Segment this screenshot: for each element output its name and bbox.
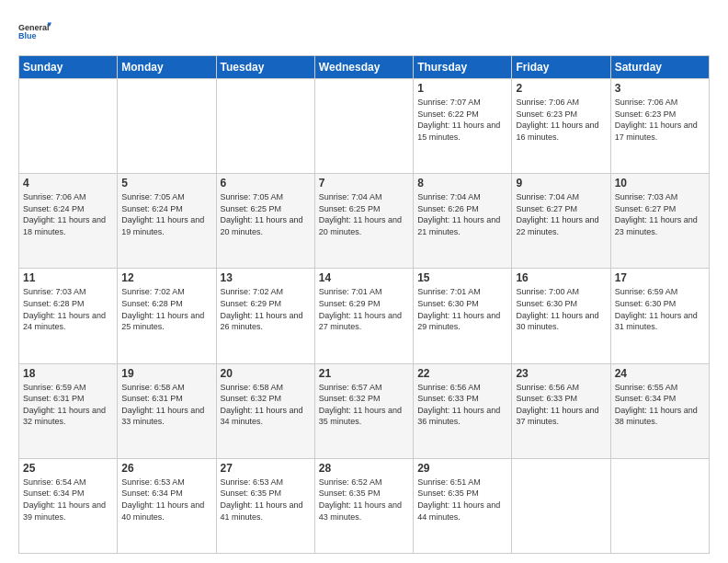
calendar-cell [314,79,413,174]
calendar-table: SundayMondayTuesdayWednesdayThursdayFrid… [18,55,710,554]
day-info: Sunrise: 7:04 AM Sunset: 6:27 PM Dayligh… [516,191,606,237]
calendar-cell: 11Sunrise: 7:03 AM Sunset: 6:28 PM Dayli… [19,269,118,363]
day-number: 14 [319,271,409,284]
day-info: Sunrise: 6:53 AM Sunset: 6:35 PM Dayligh… [221,477,311,523]
day-info: Sunrise: 6:53 AM Sunset: 6:34 PM Dayligh… [121,477,211,523]
day-number: 1 [417,82,507,95]
calendar-cell: 29Sunrise: 6:51 AM Sunset: 6:35 PM Dayli… [414,458,512,553]
calendar-cell: 12Sunrise: 7:02 AM Sunset: 6:28 PM Dayli… [118,269,216,363]
day-info: Sunrise: 6:59 AM Sunset: 6:30 PM Dayligh… [615,286,705,332]
day-number: 26 [121,462,211,475]
logo-svg: General Blue [18,15,51,48]
day-number: 8 [417,177,507,190]
day-number: 4 [23,177,113,190]
calendar-cell: 1Sunrise: 7:07 AM Sunset: 6:22 PM Daylig… [414,79,512,174]
calendar-cell: 18Sunrise: 6:59 AM Sunset: 6:31 PM Dayli… [19,363,118,458]
day-number: 25 [23,462,113,475]
day-info: Sunrise: 7:05 AM Sunset: 6:24 PM Dayligh… [121,191,211,237]
day-info: Sunrise: 7:03 AM Sunset: 6:27 PM Dayligh… [615,191,705,237]
dow-header: Sunday [19,56,118,79]
day-info: Sunrise: 7:00 AM Sunset: 6:30 PM Dayligh… [516,286,606,332]
day-info: Sunrise: 7:04 AM Sunset: 6:26 PM Dayligh… [417,191,507,237]
calendar-cell: 21Sunrise: 6:57 AM Sunset: 6:32 PM Dayli… [314,363,413,458]
day-info: Sunrise: 7:05 AM Sunset: 6:25 PM Dayligh… [221,191,311,237]
page-header: General Blue [18,15,710,48]
day-info: Sunrise: 7:04 AM Sunset: 6:25 PM Dayligh… [319,191,409,237]
day-number: 11 [23,271,113,284]
calendar-cell: 7Sunrise: 7:04 AM Sunset: 6:25 PM Daylig… [314,174,413,269]
calendar-cell [19,79,118,174]
day-info: Sunrise: 7:02 AM Sunset: 6:29 PM Dayligh… [221,286,311,332]
calendar-cell: 8Sunrise: 7:04 AM Sunset: 6:26 PM Daylig… [414,174,512,269]
day-number: 3 [615,82,705,95]
day-info: Sunrise: 6:52 AM Sunset: 6:35 PM Dayligh… [319,477,409,523]
dow-header: Monday [118,56,216,79]
day-number: 29 [417,462,507,475]
day-info: Sunrise: 6:59 AM Sunset: 6:31 PM Dayligh… [23,382,113,428]
day-number: 6 [221,177,311,190]
calendar-cell: 6Sunrise: 7:05 AM Sunset: 6:25 PM Daylig… [216,174,314,269]
day-info: Sunrise: 7:07 AM Sunset: 6:22 PM Dayligh… [417,97,507,143]
day-number: 23 [516,367,606,380]
day-info: Sunrise: 6:58 AM Sunset: 6:31 PM Dayligh… [121,382,211,428]
day-info: Sunrise: 6:54 AM Sunset: 6:34 PM Dayligh… [23,477,113,523]
calendar-cell: 19Sunrise: 6:58 AM Sunset: 6:31 PM Dayli… [118,363,216,458]
calendar-cell [118,79,216,174]
calendar-cell: 10Sunrise: 7:03 AM Sunset: 6:27 PM Dayli… [610,174,709,269]
calendar-cell: 15Sunrise: 7:01 AM Sunset: 6:30 PM Dayli… [414,269,512,363]
calendar-cell: 13Sunrise: 7:02 AM Sunset: 6:29 PM Dayli… [216,269,314,363]
day-number: 20 [221,367,311,380]
calendar-cell: 24Sunrise: 6:55 AM Sunset: 6:34 PM Dayli… [610,363,709,458]
calendar-cell: 23Sunrise: 6:56 AM Sunset: 6:33 PM Dayli… [512,363,610,458]
calendar-cell [610,458,709,553]
day-number: 17 [615,271,705,284]
day-number: 7 [319,177,409,190]
calendar-cell: 17Sunrise: 6:59 AM Sunset: 6:30 PM Dayli… [610,269,709,363]
day-number: 22 [417,367,507,380]
day-number: 21 [319,367,409,380]
day-number: 15 [417,271,507,284]
calendar-cell: 2Sunrise: 7:06 AM Sunset: 6:23 PM Daylig… [512,79,610,174]
day-number: 24 [615,367,705,380]
calendar-cell: 27Sunrise: 6:53 AM Sunset: 6:35 PM Dayli… [216,458,314,553]
calendar-cell: 4Sunrise: 7:06 AM Sunset: 6:24 PM Daylig… [19,174,118,269]
day-number: 28 [319,462,409,475]
calendar-cell: 22Sunrise: 6:56 AM Sunset: 6:33 PM Dayli… [414,363,512,458]
calendar-cell: 9Sunrise: 7:04 AM Sunset: 6:27 PM Daylig… [512,174,610,269]
svg-text:General: General [18,23,50,32]
day-info: Sunrise: 7:01 AM Sunset: 6:30 PM Dayligh… [417,286,507,332]
calendar-cell [216,79,314,174]
calendar-cell: 5Sunrise: 7:05 AM Sunset: 6:24 PM Daylig… [118,174,216,269]
day-number: 18 [23,367,113,380]
calendar-cell: 14Sunrise: 7:01 AM Sunset: 6:29 PM Dayli… [314,269,413,363]
day-number: 13 [221,271,311,284]
calendar-cell: 26Sunrise: 6:53 AM Sunset: 6:34 PM Dayli… [118,458,216,553]
day-info: Sunrise: 6:56 AM Sunset: 6:33 PM Dayligh… [516,382,606,428]
day-number: 9 [516,177,606,190]
day-info: Sunrise: 7:06 AM Sunset: 6:24 PM Dayligh… [23,191,113,237]
day-info: Sunrise: 7:06 AM Sunset: 6:23 PM Dayligh… [516,97,606,143]
day-info: Sunrise: 6:56 AM Sunset: 6:33 PM Dayligh… [417,382,507,428]
dow-header: Tuesday [216,56,314,79]
day-number: 12 [121,271,211,284]
day-info: Sunrise: 7:03 AM Sunset: 6:28 PM Dayligh… [23,286,113,332]
calendar-cell: 16Sunrise: 7:00 AM Sunset: 6:30 PM Dayli… [512,269,610,363]
day-info: Sunrise: 6:58 AM Sunset: 6:32 PM Dayligh… [221,382,311,428]
day-info: Sunrise: 6:51 AM Sunset: 6:35 PM Dayligh… [417,477,507,523]
svg-text:Blue: Blue [18,31,37,40]
dow-header: Wednesday [314,56,413,79]
day-number: 2 [516,82,606,95]
day-number: 16 [516,271,606,284]
day-number: 5 [121,177,211,190]
calendar-cell: 28Sunrise: 6:52 AM Sunset: 6:35 PM Dayli… [314,458,413,553]
calendar-cell [512,458,610,553]
day-number: 19 [121,367,211,380]
day-info: Sunrise: 7:06 AM Sunset: 6:23 PM Dayligh… [615,97,705,143]
day-info: Sunrise: 6:55 AM Sunset: 6:34 PM Dayligh… [615,382,705,428]
dow-header: Thursday [414,56,512,79]
calendar-cell: 20Sunrise: 6:58 AM Sunset: 6:32 PM Dayli… [216,363,314,458]
calendar-cell: 3Sunrise: 7:06 AM Sunset: 6:23 PM Daylig… [610,79,709,174]
day-number: 10 [615,177,705,190]
logo: General Blue [18,15,51,48]
calendar-cell: 25Sunrise: 6:54 AM Sunset: 6:34 PM Dayli… [19,458,118,553]
